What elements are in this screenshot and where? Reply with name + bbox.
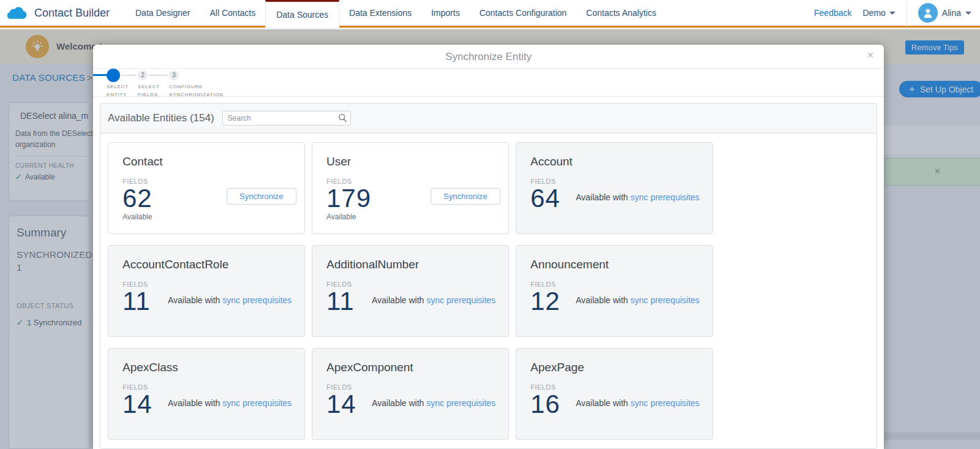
- available-caption: Available: [326, 213, 372, 221]
- sync-prerequisites-link[interactable]: sync prerequisites: [222, 398, 292, 408]
- entity-name: User: [326, 155, 494, 168]
- fields-count: 14: [326, 391, 372, 417]
- entity-name: ApexClass: [123, 361, 290, 374]
- available-entities-panel: Available Entities (154) ContactFIELDS62…: [100, 103, 877, 449]
- availability-text: Available with sync prerequisites: [372, 295, 496, 305]
- feedback-link[interactable]: Feedback: [814, 8, 851, 18]
- nav-tab-contacts-analytics[interactable]: Contacts Analytics: [576, 0, 666, 26]
- available-caption: Available: [123, 213, 168, 221]
- availability-text: Available with sync prerequisites: [372, 398, 496, 408]
- fields-count: 179: [326, 186, 372, 211]
- fields-count: 62: [123, 186, 168, 211]
- entity-name: Announcement: [530, 258, 698, 271]
- availability-text: Available with sync prerequisites: [168, 398, 292, 408]
- nav-tab-data-sources[interactable]: Data Sources: [265, 0, 339, 28]
- step-1-label: SELECTENTITY: [107, 83, 129, 99]
- user-name: Alina: [942, 8, 961, 18]
- entity-name: Account: [530, 155, 698, 168]
- top-navigation: Contact Builder Data DesignerAll Contact…: [0, 0, 980, 28]
- chevron-down-icon: [889, 12, 895, 15]
- close-icon[interactable]: ✕: [867, 51, 874, 59]
- entity-name: AccountContactRole: [123, 258, 290, 271]
- step-3-label: CONFIGURESYNCHRONIZATION: [169, 83, 224, 99]
- nav-tab-data-designer[interactable]: Data Designer: [126, 0, 200, 26]
- fields-count: 14: [123, 391, 168, 417]
- availability-text: Available with sync prerequisites: [168, 295, 292, 305]
- entity-card-apexclass: ApexClassFIELDS14Available with sync pre…: [108, 348, 305, 440]
- nav-tab-imports[interactable]: Imports: [421, 0, 470, 26]
- progress-line: [93, 74, 107, 76]
- fields-count: 64: [530, 186, 576, 211]
- entity-name: Contact: [123, 155, 290, 168]
- entity-card-apexcomponent: ApexComponentFIELDS14Available with sync…: [312, 348, 509, 440]
- nav-tabs: Data DesignerAll ContactsData SourcesDat…: [126, 0, 666, 26]
- user-menu[interactable]: Alina: [918, 3, 971, 23]
- panel-header: Available Entities (154): [100, 104, 876, 134]
- entity-search-input[interactable]: [222, 111, 351, 126]
- available-entities-title: Available Entities (154): [108, 112, 214, 124]
- sync-prerequisites-link[interactable]: sync prerequisites: [426, 295, 496, 305]
- avatar: [918, 3, 938, 23]
- modal-header: Synchronize Entity ✕: [93, 45, 884, 69]
- entity-card-accountcontactrole: AccountContactRoleFIELDS11Available with…: [108, 245, 305, 337]
- fields-count: 11: [326, 289, 372, 314]
- entity-card-contact: ContactFIELDS62AvailableSynchronize: [108, 142, 305, 234]
- nav-divider: [907, 0, 907, 27]
- availability-text: Available with sync prerequisites: [576, 295, 699, 305]
- modal-title: Synchronize Entity: [93, 45, 884, 69]
- availability-text: Available with sync prerequisites: [576, 192, 699, 202]
- synchronize-entity-modal: Synchronize Entity ✕ 2 3 SELECTENTITY SE…: [93, 45, 884, 449]
- cloud-logo-icon: [6, 6, 28, 20]
- app-title: Contact Builder: [34, 7, 110, 20]
- account-label: Demo: [863, 8, 886, 18]
- entity-name: ApexPage: [530, 361, 698, 374]
- entity-card-account: AccountFIELDS64Available with sync prere…: [516, 142, 713, 234]
- sync-prerequisites-link[interactable]: sync prerequisites: [630, 295, 699, 305]
- entity-card-user: UserFIELDS179AvailableSynchronize: [312, 142, 509, 234]
- step-3-indicator[interactable]: 3: [169, 70, 179, 80]
- step-2-indicator[interactable]: 2: [138, 70, 148, 80]
- entity-name: ApexComponent: [326, 361, 494, 374]
- sync-prerequisites-link[interactable]: sync prerequisites: [630, 398, 699, 408]
- step-connector: [149, 75, 168, 76]
- entity-card-apexpage: ApexPageFIELDS16Available with sync prer…: [516, 348, 713, 440]
- nav-tab-contacts-configuration[interactable]: Contacts Configuration: [470, 0, 576, 26]
- entity-card-additionalnumber: AdditionalNumberFIELDS11Available with s…: [312, 245, 509, 337]
- fields-count: 11: [123, 289, 168, 314]
- sync-prerequisites-link[interactable]: sync prerequisites: [426, 398, 496, 408]
- step-1-indicator[interactable]: [107, 69, 120, 82]
- fields-count: 12: [530, 289, 576, 314]
- step-2-label: SELECTFIELDS: [138, 83, 160, 99]
- app-brand[interactable]: Contact Builder: [0, 0, 126, 26]
- availability-text: Available with sync prerequisites: [576, 398, 699, 408]
- sync-prerequisites-link[interactable]: sync prerequisites: [222, 295, 292, 305]
- synchronize-button[interactable]: Synchronize: [431, 188, 500, 205]
- sync-prerequisites-link[interactable]: sync prerequisites: [630, 192, 699, 202]
- entity-card-announcement: AnnouncementFIELDS12Available with sync …: [516, 245, 713, 337]
- nav-tab-data-extensions[interactable]: Data Extensions: [339, 0, 421, 26]
- person-icon: [922, 7, 934, 19]
- entity-grid: ContactFIELDS62AvailableSynchronizeUserF…: [100, 134, 876, 448]
- account-menu[interactable]: Demo: [863, 8, 895, 18]
- step-connector: [121, 75, 137, 76]
- entity-name: AdditionalNumber: [326, 258, 494, 271]
- modal-body: Available Entities (154) ContactFIELDS62…: [93, 97, 884, 449]
- wizard-stepper: 2 3 SELECTENTITY SELECTFIELDS CONFIGURES…: [93, 69, 884, 97]
- chevron-down-icon: [965, 12, 971, 15]
- fields-count: 16: [530, 391, 576, 417]
- synchronize-button[interactable]: Synchronize: [227, 188, 296, 205]
- nav-tab-all-contacts[interactable]: All Contacts: [200, 0, 266, 26]
- search-icon: [338, 113, 347, 123]
